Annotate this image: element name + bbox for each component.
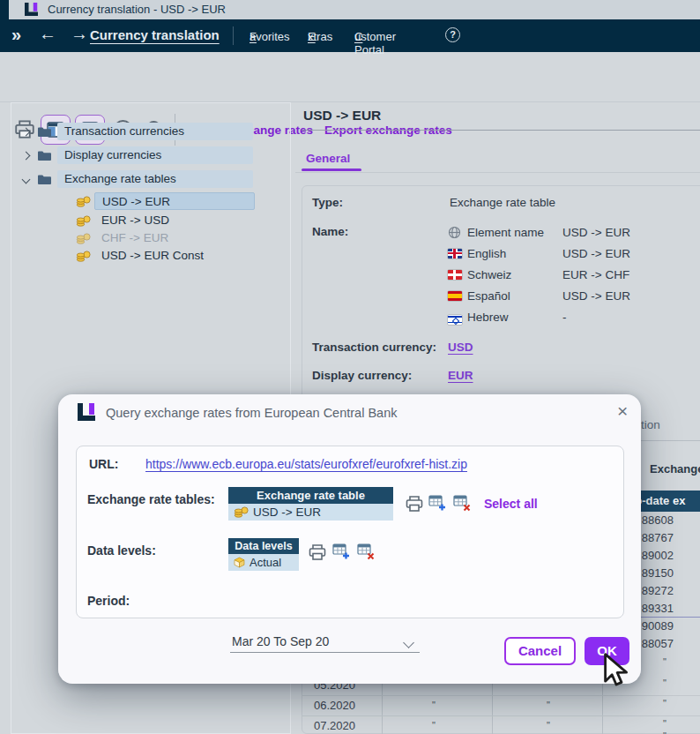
tree-item-chf-eur[interactable]: CHF -> EUR	[76, 229, 175, 247]
folder-icon	[37, 150, 52, 161]
period-dropdown-value[interactable]: Mar 20 To Sep 20	[232, 634, 329, 648]
list-header: Data levels	[228, 538, 299, 554]
data-levels-list: Data levels Actual	[228, 538, 299, 571]
period-label: Period:	[87, 594, 130, 608]
flag-israel-icon	[448, 315, 462, 325]
add-table-icon[interactable]	[428, 495, 447, 512]
list-item-label: Actual	[249, 556, 281, 569]
ecb-url-link[interactable]: https://www.ecb.europa.eu/stats/eurofxre…	[145, 457, 467, 471]
app-logo-icon	[25, 3, 38, 16]
type-label: Type:	[312, 196, 343, 209]
tree-folder-transaction-currencies[interactable]: Transaction currencies	[23, 123, 253, 140]
name-lang: English	[467, 247, 506, 260]
tree-item-label: CHF -> EUR	[94, 229, 175, 247]
toolbar: ? Import exchange rates Export exchange …	[0, 52, 700, 102]
coins-icon	[76, 233, 91, 244]
list-item-actual[interactable]: Actual	[228, 554, 299, 571]
chevron-down-icon[interactable]	[403, 637, 414, 648]
name-lang: Hebrew	[467, 311, 509, 324]
ditto-cell: "	[547, 720, 550, 730]
tree-item-label: EUR -> USD	[94, 212, 176, 229]
transaction-currency-link[interactable]: USD	[448, 341, 473, 354]
coins-icon	[76, 196, 91, 207]
tree-item-usd-eur[interactable]: USD -> EUR	[76, 192, 255, 210]
ditto-cell: "	[432, 700, 436, 710]
ditto-cell: "	[663, 730, 666, 734]
chevron-down-icon[interactable]	[22, 175, 31, 184]
window-titlebar: Currency translation - USD -> EUR	[0, 0, 700, 19]
type-value: Exchange rate table	[450, 196, 555, 209]
list-header: Exchange rate table	[228, 487, 393, 504]
coins-icon	[234, 506, 249, 518]
folder-icon	[37, 126, 52, 138]
name-value: EUR -> CHF	[562, 268, 629, 281]
add-table-icon[interactable]	[332, 543, 351, 560]
collapse-menu-icon[interactable]: »	[11, 25, 21, 45]
list-item-label: USD -> EUR	[253, 506, 321, 519]
display-currency-link[interactable]: EUR	[448, 369, 473, 382]
tree-item-label: USD -> EUR Const	[94, 247, 211, 265]
data-levels-label: Data levels:	[87, 543, 156, 558]
print-icon[interactable]	[405, 495, 424, 513]
tab-divider	[295, 172, 700, 173]
ditto-cell: "	[663, 656, 666, 667]
navigation-bar: » ← → Currency translation Favorites Ext…	[0, 19, 700, 52]
grid-line	[302, 715, 700, 716]
tree-folder-exchange-rate-tables[interactable]: Exchange rate tables	[23, 170, 253, 188]
mouse-cursor	[601, 653, 631, 690]
transaction-currency-label: Transaction currency:	[312, 341, 436, 354]
tab-divider-fragment	[633, 440, 700, 441]
name-label: Name:	[312, 225, 348, 238]
back-arrow-icon[interactable]: ←	[39, 24, 56, 44]
display-currency-label: Display currency:	[312, 369, 412, 382]
name-value: USD -> EUR	[562, 289, 630, 303]
tab-active-indicator	[302, 169, 361, 171]
exchange-rate-tables-list: Exchange rate table USD -> EUR	[228, 487, 393, 521]
name-value: USD -> EUR	[562, 226, 630, 239]
ditto-cell: "	[547, 700, 550, 710]
dialog-form-box: URL: https://www.ecb.europa.eu/stats/eur…	[76, 446, 624, 618]
app-window: Currency translation - USD -> EUR » ← → …	[0, 0, 700, 734]
chevron-right-icon[interactable]	[22, 151, 31, 160]
app-title[interactable]: Currency translation	[90, 27, 220, 42]
window-corner	[0, 0, 9, 19]
query-exchange-rates-dialog: Query exchange rates from European Centr…	[58, 394, 641, 684]
nav-help-icon[interactable]: ?	[445, 27, 460, 42]
title-divider	[302, 130, 700, 131]
tab-general[interactable]: General	[306, 152, 350, 165]
tree-folder-label: Exchange rate tables	[57, 170, 253, 188]
ditto-cell: "	[663, 698, 666, 708]
ditto-cell: "	[663, 718, 666, 729]
page-title: USD -> EUR	[303, 108, 381, 124]
name-value: -	[562, 311, 567, 324]
coins-icon	[76, 215, 91, 227]
select-all-button[interactable]: Select all	[484, 497, 538, 511]
ditto-cell: "	[432, 720, 436, 730]
flag-spain-icon	[448, 291, 462, 301]
url-label: URL:	[89, 457, 118, 471]
remove-table-icon[interactable]	[453, 495, 472, 512]
remove-table-icon[interactable]	[357, 543, 376, 560]
name-lang: Schweiz	[467, 268, 511, 281]
tree-item-eur-usd[interactable]: EUR -> USD	[76, 212, 176, 229]
dialog-logo-icon	[78, 403, 95, 421]
cancel-button[interactable]: Cancel	[504, 637, 576, 665]
tree-folder-display-currencies[interactable]: Display currencies	[23, 146, 253, 164]
period-field-underline	[230, 652, 420, 653]
globe-icon	[448, 226, 461, 239]
grid-line	[302, 695, 700, 696]
tree-item-usd-eur-const[interactable]: USD -> EUR Const	[76, 247, 211, 265]
dialog-title: Query exchange rates from European Centr…	[106, 406, 397, 420]
flag-uk-icon	[448, 249, 462, 258]
flag-switzerland-icon	[448, 270, 462, 280]
coins-icon	[76, 251, 91, 262]
forward-arrow-icon[interactable]: →	[71, 24, 88, 44]
name-value: USD -> EUR	[562, 247, 630, 260]
exchange-rate-tables-label: Exchange rate tables:	[87, 492, 215, 506]
name-lang: Español	[467, 289, 510, 303]
chevron-right-icon[interactable]	[22, 127, 31, 136]
close-icon[interactable]: ×	[617, 401, 628, 422]
partial-tab-label[interactable]: tion	[641, 418, 660, 431]
list-item-usd-eur[interactable]: USD -> EUR	[228, 504, 393, 521]
print-icon[interactable]	[308, 543, 327, 561]
